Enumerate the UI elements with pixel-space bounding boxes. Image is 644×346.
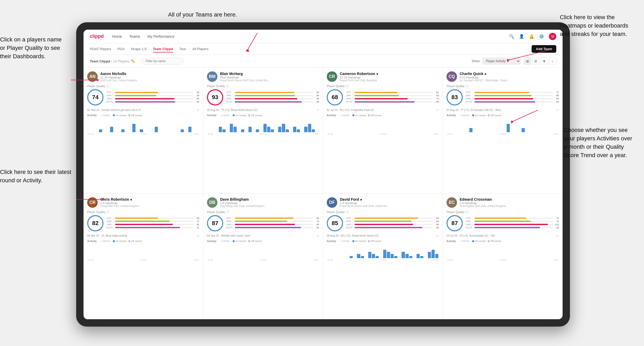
- quality-info-icon[interactable]: i: [106, 84, 109, 88]
- player-card[interactable]: AN Aaron Nicholls 11-15 Handicap Drift G…: [84, 68, 203, 194]
- mini-chart: [446, 244, 559, 258]
- latest-round[interactable]: 05 Mar 23 : 19, Must make putting →: [87, 234, 199, 238]
- tab-all-players[interactable]: All Players: [192, 46, 208, 52]
- player-name[interactable]: Chris Robertson ●: [100, 197, 199, 201]
- quality-section: 82 OTT 60 APP 77 ARG: [87, 215, 199, 231]
- quality-info-icon[interactable]: i: [226, 210, 229, 214]
- player-card[interactable]: CR Cameron Robertson ● 11-15 Handicap Ro…: [323, 68, 443, 194]
- latest-round[interactable]: 26 Aug 23 : 84 (+12), Royal North Devon …: [327, 234, 439, 238]
- list-view-button[interactable]: ☰: [532, 57, 539, 65]
- player-card[interactable]: DF David Ford ● 1-5 Handicap Royal North…: [323, 194, 443, 320]
- latest-round[interactable]: 19 Jul 23 : 74 (+4), Sunningdale GC - Ol…: [446, 234, 559, 238]
- player-name[interactable]: Charlie Quick ●: [460, 72, 559, 76]
- quality-circle[interactable]: 74: [87, 89, 103, 105]
- activity-legend: On course Off course: [472, 114, 501, 117]
- chart-labels: 31 Jul 21 Aug 4 Sep: [327, 132, 439, 135]
- chart-bar: [387, 252, 390, 258]
- stat-row-arg: ARG 84: [107, 97, 199, 100]
- player-avatar: CR: [327, 71, 337, 82]
- settings-icon[interactable]: ⚙️: [539, 34, 544, 39]
- filter-view-button[interactable]: ▼: [541, 57, 548, 65]
- nav-home[interactable]: Home: [112, 33, 122, 40]
- tab-tour[interactable]: Tour: [179, 46, 186, 52]
- quality-circle[interactable]: 87: [446, 215, 463, 231]
- team-name: Team Clippd: [90, 59, 110, 63]
- latest-round[interactable]: 02 Jul 23 : 59 (+17), Craigmillar Park G…: [327, 108, 439, 112]
- quality-circle[interactable]: 85: [327, 215, 343, 231]
- quality-info-icon[interactable]: i: [226, 84, 229, 88]
- legend-label-off: Off course: [371, 240, 381, 242]
- player-card[interactable]: CQ Charlie Quick ● 6-10 Handicap St. Geo…: [443, 68, 563, 194]
- stat-label: OTT: [466, 91, 473, 94]
- activity-title: Activity: [207, 114, 216, 117]
- legend-on-course: On course: [113, 240, 127, 242]
- legend-off-course: Off course: [368, 240, 381, 242]
- search-icon[interactable]: 🔍: [509, 34, 514, 39]
- stat-label: ARG: [226, 97, 234, 100]
- player-name[interactable]: Cameron Robertson ●: [340, 72, 439, 76]
- quality-info-icon[interactable]: i: [465, 210, 469, 214]
- stat-bar-ott: [355, 217, 418, 219]
- nav-my-performance[interactable]: My Performance: [148, 33, 175, 40]
- activity-header: Activity · 1 Month On course Off course: [446, 240, 559, 243]
- latest-round[interactable]: 07 Aug 23 : 77 (+7), St George's Hill GC…: [446, 108, 559, 112]
- grid-view-button[interactable]: ⊞: [524, 57, 531, 65]
- stat-label: APP: [466, 94, 473, 97]
- latest-round[interactable]: 02 Sep 23 : Sunset round to get back int…: [87, 108, 199, 112]
- quality-info-icon[interactable]: i: [346, 84, 349, 88]
- player-card[interactable]: DB Dave Billingham 1-5 Handicap Sag Main…: [203, 194, 323, 320]
- latest-round[interactable]: 26 Aug 23 : 73 (+1), Royal North Devon G…: [207, 108, 319, 112]
- sort-view-button[interactable]: ↕: [549, 57, 556, 65]
- avatar[interactable]: U: [549, 33, 556, 40]
- chart-bar: [435, 254, 438, 258]
- tab-pga[interactable]: PGA: [117, 46, 124, 52]
- stat-bar-container: [115, 221, 193, 222]
- player-card[interactable]: BM Blair McHarg Plus Handicap Royal Nort…: [203, 68, 323, 194]
- quality-circle[interactable]: 87: [207, 215, 223, 231]
- latest-round[interactable]: 04 Sep 23 : Mobility with coach, Gym →: [207, 234, 319, 238]
- quality-circle[interactable]: 93: [207, 89, 223, 105]
- player-name[interactable]: Blair McHarg: [220, 72, 319, 76]
- player-name[interactable]: Dave Billingham: [220, 197, 319, 201]
- stat-bar-container: [474, 95, 553, 96]
- tab-pgat-players[interactable]: PGAT Players: [90, 46, 111, 52]
- stat-bar-putt: [474, 101, 535, 103]
- stat-label: ARG: [466, 223, 473, 226]
- player-card[interactable]: CR Chris Robertson ● 1-5 Handicap Craigm…: [84, 194, 203, 320]
- show-select[interactable]: Player Activity Quality Score Trend: [482, 58, 521, 65]
- stat-value: 81: [194, 223, 199, 226]
- chart-bar-on: [155, 127, 158, 132]
- quality-circle[interactable]: 68: [327, 89, 343, 105]
- chart-label-mid: 21 Aug: [500, 133, 506, 135]
- quality-circle[interactable]: 82: [87, 215, 103, 231]
- edit-team-icon[interactable]: ✏️: [131, 59, 135, 63]
- player-card[interactable]: EC Edward Crossman 1-5 Handicap Sunningd…: [443, 194, 563, 320]
- player-name[interactable]: Aaron Nicholls: [100, 72, 199, 76]
- tab-team-clippd[interactable]: Team Clippd: [153, 46, 173, 52]
- player-name[interactable]: Edward Crossman: [460, 197, 559, 201]
- profile-icon[interactable]: 👤: [519, 34, 524, 39]
- quality-circle[interactable]: 83: [446, 89, 463, 105]
- round-arrow-icon: →: [436, 108, 439, 112]
- bell-icon[interactable]: 🔔: [529, 34, 534, 39]
- nav-teams[interactable]: Teams: [129, 33, 140, 40]
- tab-hcaps[interactable]: Hcaps 1-5: [131, 46, 147, 52]
- verified-icon: ●: [360, 198, 362, 201]
- quality-info-icon[interactable]: i: [465, 84, 469, 88]
- chart-bar: [406, 254, 409, 258]
- quality-stats: OTT 84 APP 85 ARG: [226, 91, 319, 104]
- chart-bar-on: [271, 129, 274, 132]
- latest-round-text: 19 Jul 23 : 74 (+4), Sunningdale GC - Ol…: [446, 234, 555, 237]
- chart-bar: [293, 127, 296, 132]
- latest-round-callout: Click here to see their latestround or A…: [0, 168, 71, 185]
- chart-bar: [286, 129, 289, 132]
- quality-info-icon[interactable]: i: [106, 210, 109, 214]
- legend-dot-on: [472, 114, 474, 116]
- activity-legend: On course Off course: [352, 240, 382, 242]
- filter-input[interactable]: [142, 58, 184, 65]
- player-name[interactable]: David Ford ●: [340, 197, 439, 201]
- stat-label: ARG: [107, 223, 114, 226]
- add-team-button[interactable]: Add Team: [532, 45, 556, 53]
- quality-info-icon[interactable]: i: [346, 210, 349, 214]
- stat-row-arg: ARG 83: [466, 97, 559, 100]
